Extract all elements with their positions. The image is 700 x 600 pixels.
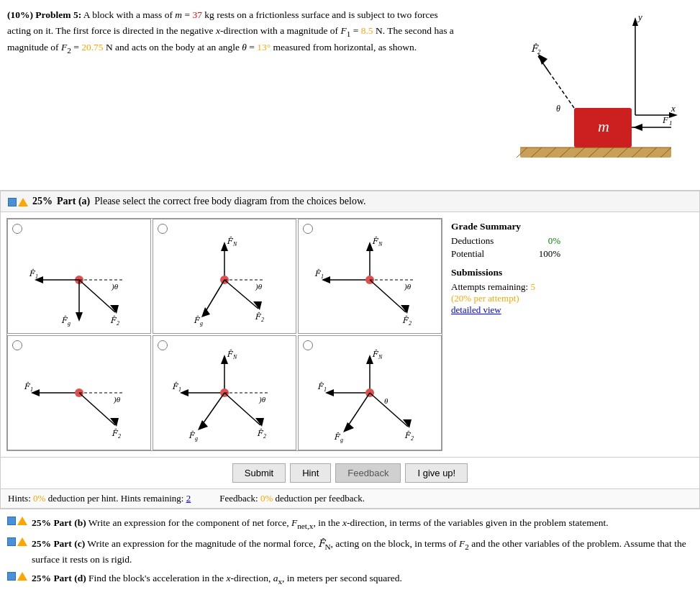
feedback-label: Feedback: [219, 493, 258, 504]
fbd-radio-1[interactable] [12, 224, 22, 234]
svg-line-72 [370, 280, 406, 312]
svg-marker-99 [198, 420, 208, 430]
svg-line-38 [79, 280, 115, 312]
fbd-cell-1: F̂ 1 )θ F̂ 2 F̂ g [7, 219, 151, 334]
submissions-title: Submissions [451, 267, 560, 278]
fbd-cell-5: F̂ N F̂ 1 )θ F̂ g [153, 335, 296, 450]
svg-text:1: 1 [30, 386, 33, 393]
svg-text:y: y [637, 12, 642, 22]
give-up-button[interactable]: I give up! [405, 463, 468, 483]
attempts-value: 5 [530, 281, 535, 292]
hints-text: Hints: 0% deduction per hint. Hints rema… [8, 493, 191, 504]
fbd-cell-2: F̂ N )θ F̂ 2 F̂ g [153, 219, 296, 334]
button-row: Submit Hint Feedback I give up! [1, 457, 699, 488]
potential-row: Potential 100% [451, 248, 560, 260]
orange-triangle-icon [18, 198, 28, 206]
part-d-text: 25% Part (d) Find the block's accelerati… [32, 571, 402, 588]
part-d-item: 25% Part (d) Find the block's accelerati… [7, 569, 693, 590]
fbd-radio-3[interactable] [303, 224, 313, 234]
fbd-radio-2[interactable] [158, 224, 168, 234]
feedback-value: 0% [260, 493, 273, 504]
svg-text:N: N [232, 241, 237, 247]
fbd-radio-4[interactable] [12, 340, 22, 350]
fbd-cell-4: F̂ 1 )θ F̂ 2 [7, 335, 151, 450]
potential-value: 100% [539, 248, 560, 260]
svg-text:2: 2 [411, 435, 414, 442]
fbd-radio-6[interactable] [303, 340, 313, 350]
attempts-label: Attempts remaining: [451, 281, 528, 292]
grade-summary-title: Grade Summary [451, 221, 560, 232]
svg-marker-1 [632, 17, 638, 26]
svg-marker-23 [538, 54, 547, 65]
svg-text:1: 1 [35, 273, 38, 280]
per-attempt-row: (20% per attempt) [451, 293, 560, 304]
svg-text:1: 1 [321, 273, 324, 280]
per-attempt-text: (20% per attempt) [451, 293, 519, 304]
svg-rect-6 [520, 147, 671, 158]
svg-text:)θ: )θ [404, 282, 412, 291]
part-a-header: 25% Part (a) Please select the correct f… [1, 191, 699, 212]
f1-value: 8.5 [361, 25, 373, 36]
svg-text:1: 1 [324, 386, 327, 393]
attempts-row: Attempts remaining: 5 [451, 281, 560, 293]
potential-label: Potential [451, 248, 484, 260]
part-d-icons [7, 572, 27, 581]
svg-text:)θ: )θ [113, 395, 121, 404]
svg-text:2: 2 [263, 433, 266, 440]
svg-line-21 [549, 72, 574, 108]
feedback-button[interactable]: Feedback [335, 463, 401, 483]
blue-square-icon-d [7, 572, 16, 581]
grade-summary: Grade Summary Deductions 0% Potential 10… [448, 218, 563, 451]
part-c-percentage: 25% [32, 538, 51, 549]
fbd-svg-4: F̂ 1 )θ F̂ 2 [11, 339, 147, 447]
parts-list: 25% Part (b) Write an expression for the… [0, 509, 700, 594]
part-b-label: Part (b) [53, 517, 86, 528]
svg-line-102 [224, 393, 260, 425]
deductions-label: Deductions [451, 235, 494, 247]
submissions-section: Submissions Attempts remaining: 5 (20% p… [451, 267, 560, 316]
submit-button[interactable]: Submit [232, 463, 286, 483]
fbd-svg-2: F̂ N )θ F̂ 2 F̂ g [156, 222, 293, 330]
svg-text:m: m [598, 117, 609, 135]
fbd-grid: F̂ 1 )θ F̂ 2 F̂ g [6, 218, 442, 451]
svg-line-53 [224, 280, 258, 309]
part-a-instruction: Please select the correct free body diag… [94, 196, 365, 207]
blue-square-icon-b [7, 517, 16, 525]
blue-square-icon [8, 198, 17, 206]
part-b-icons [7, 517, 27, 525]
fbd-cell-3: F̂ N F̂ 1 )θ F̂ 2 [298, 219, 442, 334]
fbd-svg-6: F̂ N F̂ 1 θ F̂ g [301, 339, 438, 447]
part-a-section: 25% Part (a) Please select the correct f… [0, 191, 700, 509]
detailed-view-link[interactable]: detailed view [451, 304, 501, 315]
hints-label: Hints: [8, 493, 31, 504]
svg-text:)θ: )θ [255, 282, 263, 291]
part-c-text: 25% Part (c) Write an expression for the… [32, 537, 693, 568]
blue-square-icon-c [7, 537, 16, 546]
fbd-svg-1: F̂ 1 )θ F̂ 2 F̂ g [11, 222, 147, 330]
detailed-view-row: detailed view [451, 304, 560, 316]
feedback-suffix: deduction per feedback. [275, 493, 365, 504]
fbd-radio-5[interactable] [158, 340, 168, 350]
svg-text:N: N [378, 241, 383, 247]
svg-text:x: x [671, 103, 676, 114]
orange-triangle-icon-c [17, 537, 27, 546]
svg-line-83 [79, 393, 115, 425]
svg-text:θ: θ [384, 396, 388, 405]
fbd-svg-3: F̂ N F̂ 1 )θ F̂ 2 [301, 222, 438, 330]
svg-text:2: 2 [261, 317, 264, 323]
part-a-body: F̂ 1 )θ F̂ 2 F̂ g [1, 212, 699, 457]
part-a-icons [8, 198, 28, 206]
hints-remaining[interactable]: 2 [186, 493, 191, 504]
theta-value: 13° [257, 42, 271, 53]
svg-text:N: N [232, 354, 237, 360]
svg-text:2: 2 [117, 320, 119, 327]
top-section: (10%) Problem 5: A block with a mass of … [0, 0, 700, 191]
svg-text:1: 1 [178, 386, 181, 393]
hints-value: 0% [33, 493, 45, 504]
hint-button[interactable]: Hint [290, 463, 331, 483]
part-d-label: Part (d) [53, 573, 86, 583]
svg-marker-117 [343, 422, 354, 432]
svg-text:)θ: )θ [258, 395, 266, 404]
part-b-item: 25% Part (b) Write an expression for the… [7, 514, 693, 535]
problem-text: (10%) Problem 5: A block with a mass of … [7, 7, 463, 183]
